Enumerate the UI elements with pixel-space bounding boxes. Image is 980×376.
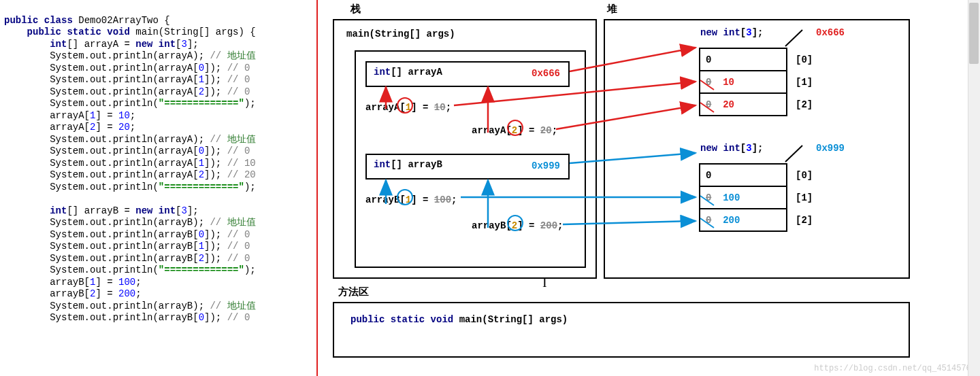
main-frame-box: int[] arrayA 0x666 arrayA[1] = 10; array… (355, 50, 586, 268)
heap-box: new int[3]; 0x666 0[0] 0 10[1] 0 20[2] n… (604, 19, 910, 279)
arrayB-address: 0x999 (532, 160, 560, 171)
heapA-cells: 0[0] 0 10[1] 0 20[2] (699, 48, 787, 116)
heapA-cell-0: 0[0] (699, 48, 787, 71)
method-area-label: 方法区 (338, 286, 369, 298)
heapB-new: new int[3]; (700, 143, 763, 154)
vertical-scrollbar[interactable] (968, 0, 980, 376)
arrayA-assign1: arrayA[1] = 10; (365, 102, 451, 113)
heap-label: 堆 (607, 3, 617, 16)
method-area-box: public static void main(String[] args) (333, 302, 910, 358)
text-cursor-icon: I (542, 275, 547, 290)
code-panel: public class Demo02ArrayTwo { public sta… (0, 0, 316, 376)
heapA-cell-2: 0 20[2] (699, 92, 787, 116)
arrayA-address: 0x666 (532, 68, 560, 79)
stack-label: 栈 (350, 3, 361, 16)
scrollbar-thumb[interactable] (969, 3, 979, 64)
heapB-cell-1: 0 100[1] (699, 186, 787, 209)
stack-box: main(String[] args) int[] arrayA 0x666 a… (333, 19, 597, 279)
arrayA-assign2: arrayA[2] = 20; (472, 125, 557, 136)
watermark: https://blog.csdn.net/qq_45145768 (814, 364, 976, 373)
arrayB-assign1: arrayB[1] = 100; (365, 194, 457, 205)
heapB-cell-0: 0[0] (699, 163, 787, 187)
arrayA-var-box: int[] arrayA 0x666 (365, 61, 570, 87)
heapB-addr: 0x999 (816, 143, 845, 154)
diagram-panel: 栈 堆 main(String[] args) int[] arrayA 0x6… (318, 0, 980, 376)
heapA-new: new int[3]; (700, 27, 763, 38)
comment-addr: 地址值 (227, 50, 256, 61)
heapB-cell-2: 0 200[2] (699, 208, 787, 232)
arrayB-assign2: arrayB[2] = 200; (472, 220, 563, 231)
main-frame-label: main(String[] args) (346, 29, 455, 39)
heapA-cell-1: 0 10[1] (699, 70, 787, 94)
heapB-cells: 0[0] 0 100[1] 0 200[2] (699, 163, 787, 232)
heapA-addr: 0x666 (816, 27, 845, 38)
method-area-content: public static void main(String[] args) (350, 314, 568, 325)
arrayB-var-box: int[] arrayB 0x999 (365, 154, 570, 180)
